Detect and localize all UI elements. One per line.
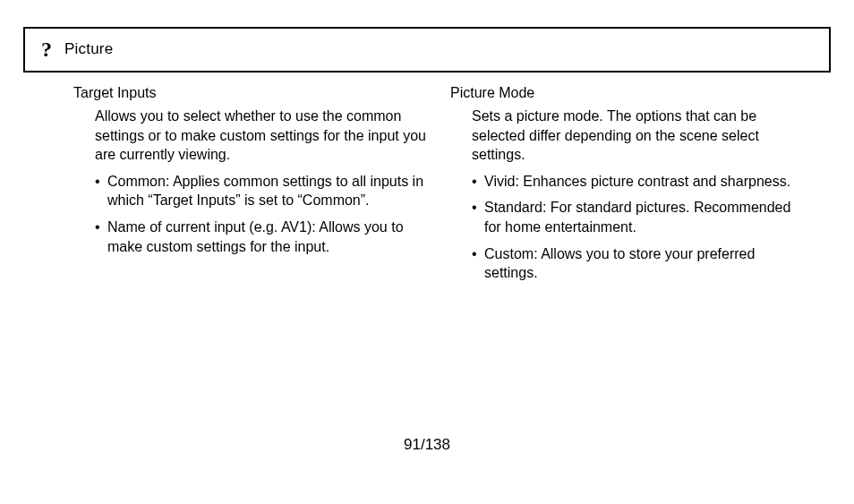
- header-inner: ? Picture: [41, 38, 813, 60]
- section-desc-target-inputs: Allows you to select whether to use the …: [95, 107, 431, 165]
- right-column: Picture Mode Sets a picture mode. The op…: [450, 85, 807, 290]
- section-title-target-inputs: Target Inputs: [73, 85, 431, 101]
- list-item: Custom: Allows you to store your preferr…: [472, 244, 807, 283]
- page-number: 91/138: [0, 436, 854, 454]
- page-root: ? Picture Target Inputs Allows you to se…: [0, 0, 854, 504]
- section-desc-picture-mode: Sets a picture mode. The options that ca…: [472, 107, 807, 165]
- header-box: ? Picture: [23, 27, 831, 73]
- content-columns: Target Inputs Allows you to select wheth…: [23, 85, 831, 290]
- list-item: Standard: For standard pictures. Recomme…: [472, 198, 807, 236]
- left-column: Target Inputs Allows you to select wheth…: [73, 85, 431, 290]
- section-title-picture-mode: Picture Mode: [450, 85, 807, 101]
- question-mark-icon: ?: [41, 38, 52, 60]
- page-title: Picture: [64, 40, 113, 58]
- list-item: Common: Applies common settings to all i…: [95, 172, 431, 210]
- bullet-list-picture-mode: Vivid: Enhances picture contrast and sha…: [472, 172, 807, 283]
- list-item: Name of current input (e.g. AV1): Allows…: [95, 218, 431, 256]
- list-item: Vivid: Enhances picture contrast and sha…: [472, 172, 807, 192]
- bullet-list-target-inputs: Common: Applies common settings to all i…: [95, 172, 431, 256]
